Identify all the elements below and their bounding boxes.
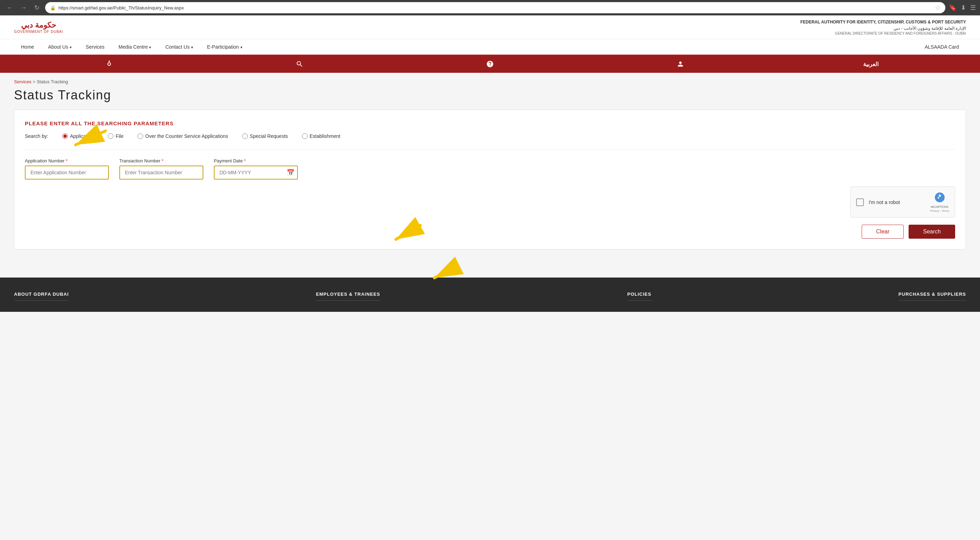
radio-file-input[interactable] [108, 133, 113, 139]
application-number-input[interactable] [25, 165, 109, 179]
radio-special[interactable]: Special Requests [242, 133, 288, 139]
url-text: https://smart.gdrfad.gov.ae/Public_Th/St… [59, 5, 184, 11]
forward-button[interactable]: → [18, 3, 29, 12]
fields-row: Application Number * Transaction Number … [25, 158, 955, 179]
radio-special-input[interactable] [242, 133, 248, 139]
authority-line1: FEDERAL AUTHORITY FOR IDENTITY, CITIZENS… [800, 19, 966, 25]
footer-col-policies-title: POLICIES [627, 292, 651, 301]
nav-media-centre[interactable]: Media Centre ▾ [111, 39, 159, 55]
authority-line2: الإدارة العامة للإقامة وشؤون الأجانب - د… [800, 25, 966, 32]
main-content: PLEASE ENTER ALL THE SEARCHING PARAMETER… [0, 110, 980, 264]
footer-columns: ABOUT GDRFA DUBAI EMPLOYEES & TRAINEES P… [14, 292, 966, 305]
footer-col-employees: EMPLOYEES & TRAINEES [316, 292, 380, 305]
nav-e-participation[interactable]: E-Participation ▾ [200, 39, 250, 55]
radio-application[interactable]: Application [62, 133, 94, 139]
footer-col-policies: POLICIES [627, 292, 651, 305]
nav-contact-us[interactable]: Contact Us ▾ [158, 39, 200, 55]
radio-file-label: File [116, 133, 124, 139]
bookmark-icon[interactable]: 🔖 [949, 4, 956, 11]
eparticipation-dropdown-arrow: ▾ [240, 45, 243, 49]
back-button[interactable]: ← [4, 3, 15, 12]
lock-icon: 🔒 [50, 5, 56, 11]
captcha-logo: reCAPTCHA Privacy - Terms [930, 192, 949, 213]
radio-special-label: Special Requests [250, 133, 288, 139]
reload-button[interactable]: ↻ [32, 3, 41, 12]
accessibility-icon[interactable] [14, 60, 204, 68]
secondary-nav: العربية [0, 55, 980, 73]
star-icon[interactable]: ☆ [935, 4, 940, 11]
clear-button[interactable]: Clear [862, 225, 904, 239]
search-by-label: Search by: [25, 133, 48, 139]
search-card: PLEASE ENTER ALL THE SEARCHING PARAMETER… [14, 110, 966, 249]
breadcrumb-current: Status Tracking [37, 79, 68, 84]
captcha-box: I'm not a robot reCAPTCHA Privacy - Term… [850, 187, 955, 218]
radio-application-label: Application [70, 133, 94, 139]
main-nav: Home About Us ▾ Services Media Centre ▾ … [0, 39, 980, 55]
logo-area: حكومة دبي GOVERNMENT OF DUBAI [14, 21, 64, 33]
transaction-number-input[interactable] [119, 165, 204, 179]
radio-otc[interactable]: Over the Counter Service Applications [138, 133, 228, 139]
nav-alsaada[interactable]: ALSAADA Card [918, 39, 966, 55]
site-footer: ABOUT GDRFA DUBAI EMPLOYEES & TRAINEES P… [0, 278, 980, 312]
extensions-icon[interactable]: ⬇ [961, 4, 966, 11]
captcha-label: I'm not a robot [869, 200, 925, 205]
contact-dropdown-arrow: ▾ [191, 45, 193, 49]
payment-date-label: Payment Date * [214, 158, 298, 164]
browser-right-icons: 🔖 ⬇ ☰ [949, 4, 976, 11]
radio-establishment[interactable]: Establishment [302, 133, 340, 139]
breadcrumb: Services > Status Tracking [0, 73, 980, 88]
footer-col-employees-title: EMPLOYEES & TRAINEES [316, 292, 380, 301]
authority-info: FEDERAL AUTHORITY FOR IDENTITY, CITIZENS… [800, 19, 966, 35]
search-button[interactable]: Search [908, 225, 955, 239]
payment-date-group: Payment Date * 📅 [214, 158, 298, 179]
transaction-number-label: Transaction Number * [119, 158, 204, 164]
gov-arabic-name: حكومة دبي [21, 21, 56, 30]
radio-otc-input[interactable] [138, 133, 143, 139]
radio-establishment-label: Establishment [310, 133, 340, 139]
page-title: Status Tracking [0, 88, 980, 110]
footer-col-about: ABOUT GDRFA DUBAI [14, 292, 69, 305]
footer-col-purchases-title: PURCHASES & SUPPLIERS [899, 292, 966, 301]
transaction-number-group: Transaction Number * [119, 158, 204, 179]
search-icon[interactable] [204, 60, 395, 68]
arabic-language-toggle[interactable]: العربية [776, 61, 966, 68]
gov-english-name: GOVERNMENT OF DUBAI [14, 30, 64, 33]
application-number-group: Application Number * [25, 158, 109, 179]
recaptcha-links: Privacy - Terms [930, 209, 949, 213]
help-icon[interactable] [395, 60, 585, 68]
menu-icon[interactable]: ☰ [970, 4, 976, 11]
footer-col-purchases: PURCHASES & SUPPLIERS [899, 292, 966, 305]
nav-services[interactable]: Services [79, 39, 111, 55]
radio-application-input[interactable] [62, 133, 68, 139]
footer-col-about-title: ABOUT GDRFA DUBAI [14, 292, 69, 301]
breadcrumb-separator: > [33, 79, 37, 84]
address-bar[interactable]: 🔒 https://smart.gdrfad.gov.ae/Public_Th/… [45, 2, 945, 13]
captcha-area: I'm not a robot reCAPTCHA Privacy - Term… [25, 187, 955, 218]
recaptcha-icon [934, 192, 945, 204]
site-header: حكومة دبي GOVERNMENT OF DUBAI FEDERAL AU… [0, 15, 980, 39]
browser-chrome: ← → ↻ 🔒 https://smart.gdrfad.gov.ae/Publ… [0, 0, 980, 15]
gov-dubai-logo: حكومة دبي GOVERNMENT OF DUBAI [14, 21, 64, 33]
application-required-mark: * [66, 158, 68, 164]
search-by-row: Search by: Application File Over the Cou… [25, 133, 955, 139]
captcha-checkbox[interactable] [856, 199, 864, 206]
authority-line3: GENERAL DIRECTORATE OF RESIDENCY AND FOR… [800, 32, 966, 35]
about-dropdown-arrow: ▾ [70, 45, 72, 49]
application-number-label: Application Number * [25, 158, 109, 164]
transaction-required-mark: * [162, 158, 164, 164]
radio-file[interactable]: File [108, 133, 124, 139]
breadcrumb-services[interactable]: Services [14, 79, 32, 84]
payment-date-input[interactable] [214, 165, 298, 179]
search-params-title: PLEASE ENTER ALL THE SEARCHING PARAMETER… [25, 121, 955, 126]
radio-otc-label: Over the Counter Service Applications [145, 133, 228, 139]
buttons-row: Clear Search [25, 225, 955, 239]
radio-establishment-input[interactable] [302, 133, 308, 139]
nav-home[interactable]: Home [14, 39, 41, 55]
payment-date-required-mark: * [244, 158, 246, 164]
recaptcha-brand: reCAPTCHA [931, 205, 948, 208]
svg-point-0 [108, 60, 110, 62]
nav-about-us[interactable]: About Us ▾ [41, 39, 78, 55]
user-icon[interactable] [585, 60, 776, 68]
date-input-wrapper: 📅 [214, 165, 298, 179]
media-dropdown-arrow: ▾ [149, 45, 151, 49]
